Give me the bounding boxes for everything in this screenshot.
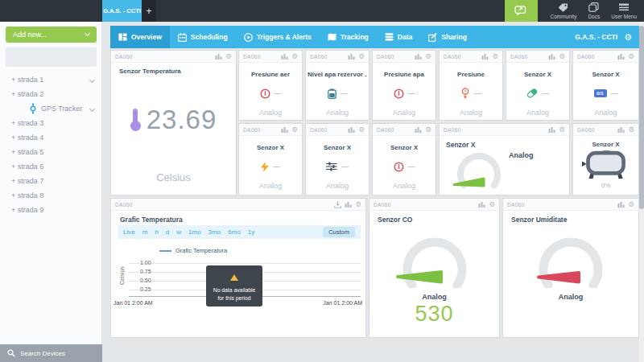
gear-icon[interactable]: ⚙	[559, 53, 565, 60]
legend-label: Grafic Temperatura	[175, 247, 227, 254]
widget-title: Senzor X	[524, 71, 551, 78]
custom-range-button[interactable]: Custom	[323, 227, 355, 237]
tab-scheduling[interactable]: Scheduling	[170, 26, 236, 48]
legend-line-swatch	[159, 250, 171, 252]
sidebar-item-strada-8[interactable]: + strada 8	[0, 188, 102, 203]
chart-icon[interactable]	[345, 201, 352, 208]
chart-icon[interactable]	[281, 126, 288, 133]
sidebar-item-strada-1[interactable]: + strada 1	[0, 72, 102, 87]
gear-icon[interactable]: ⚙	[358, 126, 365, 134]
gear-icon[interactable]: ⚙	[628, 126, 634, 134]
widget-presiune-aer: DA060⚙ Presiune aer — Analog	[238, 50, 303, 121]
pill-green-icon	[526, 88, 538, 99]
range-1mo[interactable]: 1mo	[188, 228, 201, 236]
chart-icon[interactable]	[548, 126, 555, 133]
device-label: DA060	[374, 202, 478, 208]
add-new-button[interactable]: Add new...	[6, 27, 97, 43]
widget-temperature: DA060 ⚙ Senzor Temperatura 23.69 Celsius	[110, 50, 237, 195]
chart-icon[interactable]	[478, 201, 485, 208]
widget-title: Senzor Umiditate	[511, 216, 567, 224]
chart-icon[interactable]	[281, 53, 288, 60]
chart-icon[interactable]	[481, 53, 489, 60]
download-icon[interactable]	[334, 201, 341, 208]
chart-icon[interactable]	[415, 53, 422, 60]
chart-icon[interactable]	[617, 201, 625, 208]
range-1y[interactable]: 1y	[248, 228, 254, 236]
edit-square-icon	[428, 33, 437, 42]
widget-kind: Analog	[559, 293, 584, 301]
temperature-unit: Celsius	[111, 171, 236, 183]
range-3mo[interactable]: 3mo	[208, 228, 221, 236]
co-value: 530	[415, 302, 453, 327]
sidebar-item-gps-tracker[interactable]: GPS Tracker	[0, 101, 102, 116]
menu-user[interactable]: User Menu	[605, 0, 642, 22]
menu-docs-label: Docs	[588, 14, 600, 19]
tab-tracking[interactable]: Tracking	[320, 26, 377, 48]
navbar-dashboard-title: G.A.S. - CCTI	[575, 33, 617, 41]
range-w[interactable]: w	[176, 228, 181, 236]
range-live[interactable]: Live	[123, 228, 135, 236]
gear-icon[interactable]: ⚙	[291, 53, 298, 60]
menu-community[interactable]: Community	[545, 0, 583, 22]
chart-icon[interactable]	[215, 53, 222, 60]
widget-header: DA060 ⚙	[111, 51, 236, 63]
dashboard-tab[interactable]: G.A.S. - CCTI	[102, 0, 142, 22]
dashboard-navbar: Overview Scheduling Triggers & Alerts Tr…	[110, 26, 639, 48]
gear-icon[interactable]: ⚙	[489, 201, 495, 208]
gear-icon[interactable]: ⚙	[628, 53, 634, 60]
range-h[interactable]: h	[155, 228, 158, 236]
widget-kind: Analog	[460, 109, 482, 117]
widget-title: Nivel apa rezervor ...	[308, 71, 367, 78]
chart-legend[interactable]: Grafic Temperatura	[159, 247, 227, 254]
sidebar-item-strada-9[interactable]: + strada 9	[0, 203, 102, 217]
widget-value: —	[273, 162, 280, 171]
chart-icon[interactable]	[348, 126, 355, 133]
bolt-icon	[261, 162, 269, 172]
gear-icon[interactable]: ⚙	[559, 126, 565, 134]
tab-triggers-alerts[interactable]: Triggers & Alerts	[236, 26, 320, 48]
gear-icon[interactable]: ⚙	[425, 126, 431, 134]
sidebar-item-strada-2[interactable]: + strada 2	[0, 87, 102, 101]
device-label: DA060	[310, 54, 348, 60]
new-tab-button[interactable]: +	[142, 0, 156, 22]
gear-icon[interactable]: ⚙	[355, 201, 361, 208]
range-d[interactable]: d	[166, 228, 169, 236]
tab-data[interactable]: Data	[377, 26, 420, 48]
widget-value: —	[542, 89, 549, 97]
tab-overview[interactable]: Overview	[110, 26, 170, 48]
tank-level-icon	[328, 88, 336, 99]
search-devices-bar[interactable]: Search Devices	[0, 344, 102, 362]
chart-icon[interactable]	[617, 53, 625, 60]
gear-icon[interactable]: ⚙	[291, 126, 298, 134]
widget-kind: Analog	[509, 151, 534, 159]
chart-icon[interactable]	[415, 126, 422, 133]
range-6mo[interactable]: 6mo	[228, 228, 241, 236]
gear-icon[interactable]: ⚙	[358, 53, 365, 60]
chart-icon[interactable]	[548, 53, 555, 60]
tab-sharing[interactable]: Sharing	[420, 26, 475, 48]
sidebar-item-strada-6[interactable]: + strada 6	[0, 159, 102, 174]
sidebar-item-strada-7[interactable]: + strada 7	[0, 174, 102, 188]
gear-icon[interactable]: ⚙	[425, 53, 431, 60]
range-m[interactable]: m	[142, 228, 148, 236]
widget-title: Presiune	[457, 71, 485, 78]
scrollbar-thumb[interactable]	[639, 26, 644, 209]
chart-icon[interactable]	[348, 53, 355, 60]
gauge-arc	[529, 235, 613, 288]
widget-senzor-x-pill: DA060⚙ Senzor X — Analog	[506, 50, 570, 121]
device-filter-panel[interactable]	[6, 47, 97, 67]
widget-title: Senzor X	[257, 144, 284, 151]
sidebar-item-strada-5[interactable]: + strada 5	[0, 145, 102, 159]
feedback-button[interactable]	[505, 0, 538, 22]
widget-kind: Analog	[259, 182, 282, 190]
gear-icon[interactable]: ⚙	[492, 53, 498, 60]
sidebar-item-strada-3[interactable]: + strada 3	[0, 116, 102, 130]
vertical-scrollbar[interactable]	[639, 22, 644, 362]
chart-icon[interactable]	[617, 126, 625, 133]
device-label: DA060	[444, 54, 481, 60]
sidebar-item-strada-4[interactable]: + strada 4	[0, 130, 102, 145]
gear-icon[interactable]: ⚙	[628, 201, 634, 208]
dashboard-settings-gear-icon[interactable]: ⚙	[624, 32, 632, 43]
gear-icon[interactable]: ⚙	[225, 53, 232, 60]
menu-docs[interactable]: Docs	[582, 0, 605, 22]
